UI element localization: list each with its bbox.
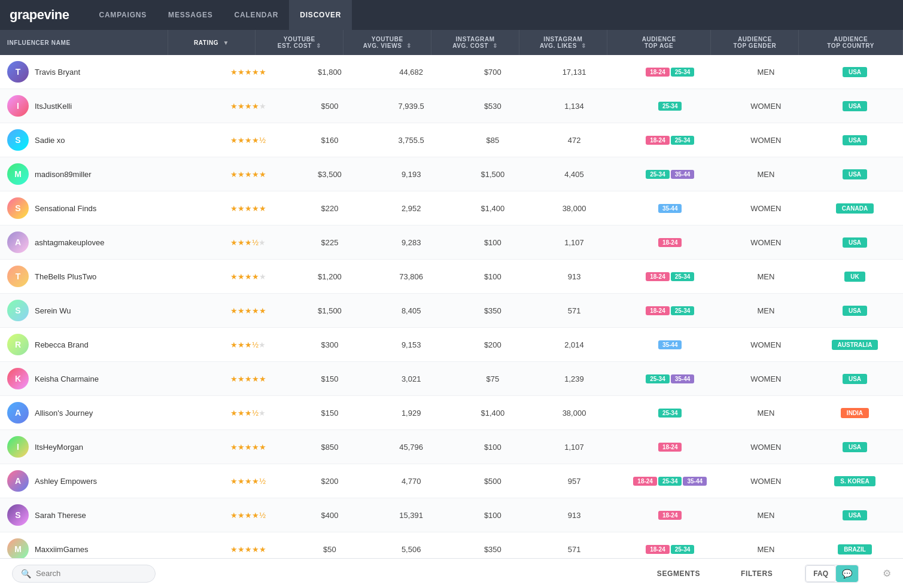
ig-cost-cell: $700 xyxy=(452,55,533,89)
country-cell: USA xyxy=(807,430,903,464)
faq-button[interactable]: FAQ xyxy=(805,565,836,582)
table-row[interactable]: SSerein Wu★★★★★$1,5008,405$35057118-2425… xyxy=(0,294,903,328)
ig-cost-cell: $100 xyxy=(452,430,533,464)
yt-cost-cell: $220 xyxy=(289,191,370,226)
age-badge: 25-34 xyxy=(671,545,695,554)
influencer-cell-6[interactable]: Aashtagmakeuplovee xyxy=(0,226,208,260)
yt-views-cell: 1,929 xyxy=(370,396,452,430)
col-header-yt-views[interactable]: YOUTUBEAvg. Views ⇕ xyxy=(343,30,431,55)
table-row[interactable]: IItsHeyMorgan★★★★★$85045,796$1001,10718-… xyxy=(0,430,903,464)
age-badge: 35-44 xyxy=(683,477,707,486)
nav-discover[interactable]: DISCOVER xyxy=(289,0,352,30)
rating-cell: ★★★★★ xyxy=(208,157,289,191)
table-row[interactable]: TTravis Bryant★★★★★$1,80044,682$70017,13… xyxy=(0,55,903,89)
col-header-name: Influencer Name xyxy=(0,30,168,55)
country-badge: S. KOREA xyxy=(834,476,875,486)
age-badge: 18-24 xyxy=(658,511,682,520)
age-badge: 18-24 xyxy=(646,272,670,281)
avatar: M xyxy=(7,163,29,185)
table-row[interactable]: RRebecca Brand★★★½★$3009,153$2002,01435-… xyxy=(0,328,903,362)
influencer-name: Keisha Charmaine xyxy=(35,374,99,383)
influencer-cell-1[interactable]: TTravis Bryant xyxy=(0,55,208,89)
ig-cost-cell: $100 xyxy=(452,260,533,294)
segments-button[interactable]: SEGMENTS xyxy=(649,566,709,581)
age-badge: 35-44 xyxy=(671,170,695,179)
influencer-cell-14[interactable]: SSarah Therese xyxy=(0,498,208,532)
country-cell: USA xyxy=(807,55,903,89)
yt-views-cell: 45,796 xyxy=(370,430,452,464)
table-row[interactable]: SSarah Therese★★★★½$40015,391$10091318-2… xyxy=(0,498,903,532)
country-cell: UK xyxy=(807,260,903,294)
rating-cell: ★★★★½ xyxy=(208,498,289,532)
yt-views-cell: 44,682 xyxy=(370,55,452,89)
search-box[interactable]: 🔍 xyxy=(12,565,156,583)
ig-likes-cell: 38,000 xyxy=(533,191,615,226)
age-badge-cell: 18-24 xyxy=(615,430,725,464)
age-badge: 25-34 xyxy=(658,409,682,418)
table-row[interactable]: SSadie xo★★★★½$1603,755.5$8547218-2425-3… xyxy=(0,123,903,157)
table-row[interactable]: AAllison's Journey★★★½★$1501,929$1,40038… xyxy=(0,396,903,430)
col-header-ig-cost[interactable]: INSTAGRAMAvg. Cost ⇕ xyxy=(431,30,519,55)
table-row[interactable]: AAshley Empowers★★★★½$2004,770$50095718-… xyxy=(0,464,903,498)
chat-icon-button[interactable]: 💬 xyxy=(836,565,858,582)
country-cell: USA xyxy=(807,157,903,191)
age-badge-cell: 25-3435-44 xyxy=(615,362,725,396)
filters-button[interactable]: FILTERS xyxy=(732,566,781,581)
table-row[interactable]: TTheBells PlusTwo★★★★★$1,20073,806$10091… xyxy=(0,260,903,294)
age-badge: 25-34 xyxy=(658,477,682,486)
col-header-rating[interactable]: Rating ▼ xyxy=(168,30,256,55)
table-row[interactable]: IItsJustKelli★★★★★$5007,939.5$5301,13425… xyxy=(0,89,903,123)
age-badge-cell: 18-24 xyxy=(615,226,725,260)
ig-likes-cell: 1,107 xyxy=(533,226,615,260)
ig-cost-cell: $100 xyxy=(452,498,533,532)
col-header-ig-likes[interactable]: INSTAGRAMAvg. Likes ⇕ xyxy=(519,30,607,55)
country-badge: BRAZIL xyxy=(838,544,872,555)
table-row[interactable]: Mmadison89miller★★★★★$3,5009,193$1,5004,… xyxy=(0,157,903,191)
influencer-cell-8[interactable]: SSerein Wu xyxy=(0,294,208,328)
yt-cost-cell: $3,500 xyxy=(289,157,370,191)
search-input[interactable] xyxy=(36,569,147,578)
nav-messages[interactable]: MESSAGES xyxy=(157,0,223,30)
avatar: I xyxy=(7,95,29,117)
country-badge: USA xyxy=(843,442,867,452)
influencer-cell-7[interactable]: TTheBells PlusTwo xyxy=(0,260,208,294)
table-row[interactable]: KKeisha Charmaine★★★★★$1503,021$751,2392… xyxy=(0,362,903,396)
influencer-cell-9[interactable]: RRebecca Brand xyxy=(0,328,208,362)
ig-likes-cell: 1,107 xyxy=(533,430,615,464)
influencer-cell-4[interactable]: Mmadison89miller xyxy=(0,157,208,191)
country-badge: USA xyxy=(843,67,867,77)
nav-campaigns[interactable]: CAMPAIGNS xyxy=(88,0,157,30)
country-cell: AUSTRALIA xyxy=(807,328,903,362)
influencer-name: Sensational Finds xyxy=(35,204,96,213)
country-badge: USA xyxy=(843,374,867,384)
country-badge: USA xyxy=(843,306,867,316)
influencer-cell-10[interactable]: KKeisha Charmaine xyxy=(0,362,208,396)
influencer-cell-3[interactable]: SSadie xo xyxy=(0,123,208,157)
nav-calendar[interactable]: CALENDAR xyxy=(224,0,290,30)
gender-cell: WOMEN xyxy=(725,123,807,157)
yt-cost-cell: $400 xyxy=(289,498,370,532)
gender-cell: MEN xyxy=(725,396,807,430)
ig-cost-cell: $1,500 xyxy=(452,157,533,191)
influencer-cell-13[interactable]: AAshley Empowers xyxy=(0,464,208,498)
settings-icon[interactable]: ⚙ xyxy=(883,568,891,579)
age-badge-cell: 25-34 xyxy=(615,396,725,430)
yt-cost-cell: $1,800 xyxy=(289,55,370,89)
yt-cost-cell: $300 xyxy=(289,328,370,362)
table-row[interactable]: SSensational Finds★★★★★$2202,952$1,40038… xyxy=(0,191,903,226)
influencer-cell-2[interactable]: IItsJustKelli xyxy=(0,89,208,123)
table-row[interactable]: Aashtagmakeuplovee★★★½★$2259,283$1001,10… xyxy=(0,226,903,260)
influencer-name: Sadie xo xyxy=(35,136,65,145)
country-cell: USA xyxy=(807,226,903,260)
influencer-cell-12[interactable]: IItsHeyMorgan xyxy=(0,430,208,464)
influencer-cell-11[interactable]: AAllison's Journey xyxy=(0,396,208,430)
ig-cost-cell: $350 xyxy=(452,294,533,328)
col-header-yt-cost[interactable]: YOUTUBEEst. Cost ⇕ xyxy=(256,30,343,55)
age-badge: 35-44 xyxy=(671,374,695,383)
ig-likes-cell: 957 xyxy=(533,464,615,498)
influencer-cell-5[interactable]: SSensational Finds xyxy=(0,191,208,226)
country-badge: UK xyxy=(844,272,865,282)
gender-cell: MEN xyxy=(725,260,807,294)
rating-cell: ★★★★★ xyxy=(208,260,289,294)
age-badge-cell: 35-44 xyxy=(615,191,725,226)
